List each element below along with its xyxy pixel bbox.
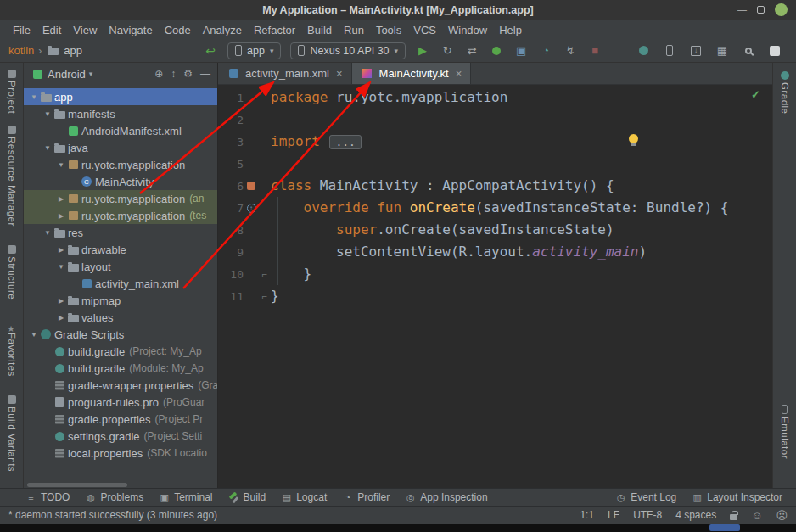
file-encoding[interactable]: UTF-8 (633, 509, 662, 521)
chevron-down-icon[interactable]: ▾ (89, 70, 93, 78)
menu-tools[interactable]: Tools (370, 22, 407, 38)
locate-icon[interactable]: ⊕ (154, 68, 163, 80)
tree-item-values[interactable]: ▶values (24, 309, 217, 326)
line-separator[interactable]: LF (608, 509, 619, 521)
tool-window-layout-inspector[interactable]: ▥Layout Inspector (692, 491, 782, 503)
run-config-selector[interactable]: app ▾ (227, 42, 281, 59)
minimize-button[interactable]: — (737, 5, 747, 14)
menu-view[interactable]: View (67, 22, 103, 38)
sdk-manager-icon[interactable]: ↓ (688, 43, 704, 59)
chevron-down-icon[interactable]: ▼ (56, 161, 66, 169)
tree-item-res[interactable]: ▼res (24, 224, 217, 241)
device-manager-icon[interactable] (662, 43, 677, 59)
menu-analyze[interactable]: Analyze (197, 22, 248, 38)
tool-window-logcat[interactable]: ▤Logcat (281, 491, 327, 503)
chevron-right-icon[interactable]: ▶ (56, 297, 66, 305)
chevron-right-icon[interactable]: ▶ (56, 212, 66, 220)
tool-button-favorites[interactable]: Favorites (7, 316, 17, 377)
menu-code[interactable]: Code (159, 22, 197, 38)
tree-item-build-gradle-project-my-ap[interactable]: build.gradle(Project: My_Ap (24, 343, 217, 360)
tool-window-terminal[interactable]: ▣Terminal (159, 491, 212, 503)
folded-import-region[interactable]: ... (329, 135, 361, 149)
tool-window-problems[interactable]: ◍Problems (85, 491, 143, 503)
debug-icon[interactable] (489, 43, 504, 59)
tool-button-emulator[interactable]: Emulator (780, 400, 790, 459)
fold-marker-icon[interactable]: ⌐ (259, 269, 271, 279)
code-editor[interactable]: 1package ru.yotc.myapplication23import .… (218, 85, 772, 488)
menu-refactor[interactable]: Refactor (248, 22, 301, 38)
settings-gear-icon[interactable]: ⚙ (183, 68, 193, 80)
tree-item-java[interactable]: ▼java (24, 139, 217, 156)
menu-help[interactable]: Help (493, 22, 528, 38)
tool-window-event-log[interactable]: ◷Event Log (615, 491, 676, 503)
readonly-lock-icon[interactable] (730, 514, 737, 520)
profiler-icon[interactable]: ◔ (538, 43, 553, 59)
tree-item-build-gradle-module-my-ap[interactable]: build.gradle(Module: My_Ap (24, 360, 217, 377)
project-structure-icon[interactable]: ▦ (715, 43, 730, 59)
tool-window-app-inspection[interactable]: ◎App Inspection (405, 491, 487, 503)
chevron-right-icon[interactable]: ▶ (56, 314, 66, 322)
tree-item-local-properties-sdk-locatio[interactable]: local.properties(SDK Locatio (24, 445, 217, 462)
tree-item-gradle-scripts[interactable]: ▼Gradle Scripts (24, 326, 217, 343)
smiley-icon[interactable]: ☺ (751, 509, 762, 522)
maximize-button[interactable] (757, 6, 765, 14)
chevron-down-icon[interactable]: ▼ (42, 110, 53, 118)
tree-item-app[interactable]: ▼app (24, 88, 217, 105)
tool-button-build-variants[interactable]: Build Variants (7, 390, 17, 472)
indent-info[interactable]: 4 spaces (675, 509, 716, 521)
tool-window-profiler[interactable]: ◔Profiler (342, 491, 390, 503)
search-everywhere-icon[interactable] (741, 43, 756, 59)
stop-icon[interactable]: ■ (587, 43, 603, 59)
chevron-down-icon[interactable]: ▼ (42, 144, 53, 152)
tree-item-layout[interactable]: ▼layout (24, 258, 217, 275)
breadcrumb-folder[interactable]: app (64, 44, 82, 57)
project-view-selector[interactable]: Android (48, 68, 86, 81)
coverage-icon[interactable]: ▣ (513, 43, 529, 59)
tree-item-gradle-properties-project-pr[interactable]: gradle.properties(Project Pr (24, 411, 217, 428)
attach-debugger-icon[interactable]: ↯ (563, 43, 578, 59)
tool-button-structure[interactable]: Structure (7, 240, 17, 300)
chevron-down-icon[interactable]: ▼ (29, 93, 39, 101)
intention-bulb-icon[interactable] (629, 134, 638, 143)
tree-item-settings-gradle-project-setti[interactable]: settings.gradle(Project Setti (24, 428, 217, 445)
taskbar-item[interactable] (709, 524, 740, 531)
hide-panel-icon[interactable]: — (200, 68, 210, 80)
scrollbar-thumb[interactable] (27, 483, 127, 487)
tree-item-mainactivity[interactable]: CMainActivity (24, 173, 217, 190)
horizontal-scrollbar[interactable] (24, 481, 217, 488)
menu-vcs[interactable]: VCS (407, 22, 442, 38)
gradle-sync-icon[interactable] (636, 43, 651, 59)
close-icon[interactable]: × (336, 67, 343, 80)
class-gutter-icon[interactable] (244, 182, 259, 190)
tree-item-ru-yotc-myapplication-tes[interactable]: ▶ru.yotc.myapplication(tes (24, 207, 217, 224)
apply-changes-icon[interactable]: ↻ (440, 43, 455, 59)
caret-position[interactable]: 1:1 (580, 509, 594, 521)
close-button[interactable] (775, 3, 788, 16)
override-gutter-icon[interactable]: ↑ (244, 204, 259, 213)
tab-activity-main-xml[interactable]: activity_main.xml× (218, 63, 352, 84)
tree-item-drawable[interactable]: ▶drawable (24, 241, 217, 258)
menu-file[interactable]: File (7, 22, 36, 38)
back-arrow-icon[interactable]: ↩ (203, 43, 218, 59)
chevron-right-icon[interactable]: ▶ (56, 195, 66, 203)
sort-icon[interactable]: ↕ (171, 68, 176, 80)
menu-run[interactable]: Run (338, 22, 370, 38)
tab-mainactivity-kt[interactable]: MainActivity.kt× (352, 63, 472, 84)
tree-item-ru-yotc-myapplication-an[interactable]: ▶ru.yotc.myapplication(an (24, 190, 217, 207)
tree-item-proguard-rules-pro-proguar[interactable]: proguard-rules.pro(ProGuar (24, 394, 217, 411)
run-button[interactable]: ▶ (415, 43, 430, 59)
tree-item-androidmanifest-xml[interactable]: AndroidManifest.xml (24, 122, 217, 139)
tree-item-gradle-wrapper-properties-gra[interactable]: gradle-wrapper.properties(Gra (24, 377, 217, 394)
notifications-icon[interactable] (767, 43, 782, 59)
tree-item-ru-yotc-myapplication[interactable]: ▼ru.yotc.myapplication (24, 156, 217, 173)
tool-button-resource-manager[interactable]: Resource Manager (7, 120, 17, 227)
chevron-right-icon[interactable]: ▶ (56, 246, 66, 254)
tool-button-project[interactable]: Project (7, 64, 17, 114)
device-selector[interactable]: Nexus 10 API 30 ▾ (290, 42, 406, 59)
tree-item-mipmap[interactable]: ▶mipmap (24, 292, 217, 309)
tool-window-build[interactable]: Build (228, 491, 266, 503)
fold-marker-icon[interactable]: ⌐ (259, 291, 271, 301)
chevron-down-icon[interactable]: ▼ (42, 229, 53, 237)
tree-item-activity-main-xml[interactable]: activity_main.xml (24, 275, 217, 292)
menu-build[interactable]: Build (301, 22, 338, 38)
